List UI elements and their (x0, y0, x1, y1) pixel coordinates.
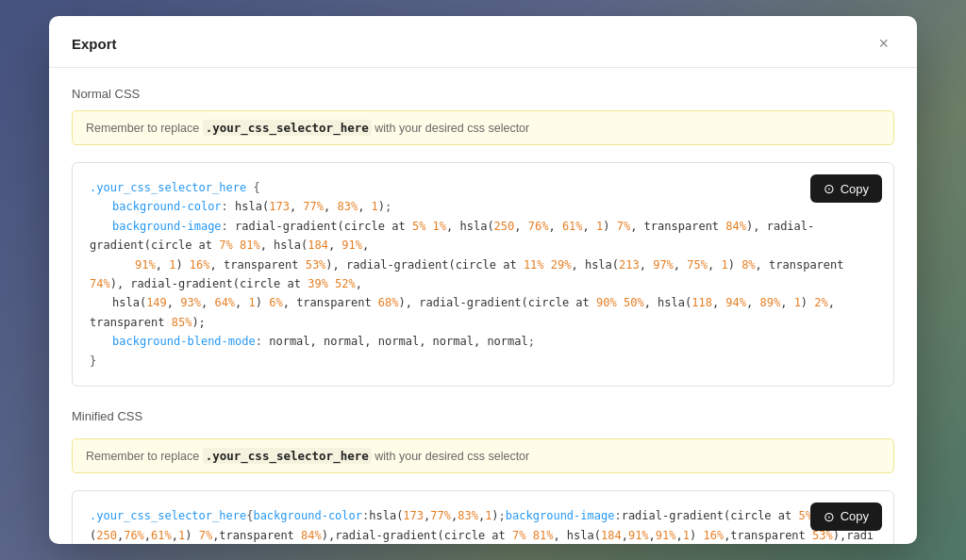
minified-css-copy-button[interactable]: ⊙ Copy (810, 502, 882, 531)
close-button[interactable]: × (873, 33, 894, 54)
minified-notice-selector: .your_css_selector_here (203, 448, 372, 464)
minified-css-notice: Remember to replace .your_css_selector_h… (72, 438, 894, 473)
minified-css-code-block: ⊙ Copy .your_css_selector_here{backgroun… (72, 490, 894, 544)
modal-body: Normal CSS Remember to replace .your_css… (49, 68, 917, 544)
normal-css-copy-label: Copy (841, 182, 869, 196)
minified-notice-prefix: Remember to replace (86, 450, 199, 463)
minified-css-copy-label: Copy (841, 509, 869, 523)
normal-notice-prefix: Remember to replace (86, 122, 199, 135)
modal-overlay: Export × Normal CSS Remember to replace … (0, 0, 966, 560)
normal-css-label: Normal CSS (72, 87, 894, 101)
normal-css-copy-button[interactable]: ⊙ Copy (810, 174, 882, 203)
minified-notice-suffix: with your desired css selector (375, 450, 529, 463)
copy-icon-2: ⊙ (824, 509, 835, 524)
normal-notice-selector: .your_css_selector_here (203, 120, 372, 136)
normal-css-code-block: ⊙ Copy .your_css_selector_here { backgro… (72, 162, 894, 387)
normal-css-notice: Remember to replace .your_css_selector_h… (72, 110, 894, 145)
modal-header: Export × (49, 16, 917, 68)
modal-title: Export (72, 36, 117, 52)
normal-css-code: .your_css_selector_here { background-col… (90, 178, 876, 371)
minified-css-label: Minified CSS (72, 409, 894, 423)
normal-notice-suffix: with your desired css selector (375, 122, 529, 135)
export-modal: Export × Normal CSS Remember to replace … (49, 16, 917, 544)
minified-css-code: .your_css_selector_here{background-color… (90, 509, 874, 544)
section-divider: Minified CSS (72, 409, 894, 423)
copy-icon: ⊙ (824, 181, 835, 196)
